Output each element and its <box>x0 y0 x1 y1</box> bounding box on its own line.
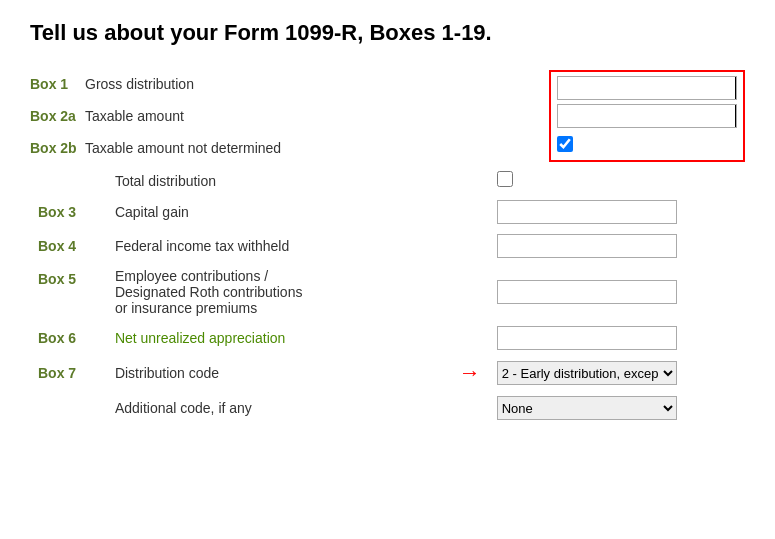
box7_additional-box-label <box>30 391 107 425</box>
row-box5: Box 5Employee contributions /Designated … <box>30 263 745 321</box>
box7_additional-arrow-cell <box>440 391 489 425</box>
box3-field-label: Capital gain <box>107 195 440 229</box>
box3-arrow-cell <box>440 195 489 229</box>
box2a-label: Box 2a <box>30 108 85 124</box>
box2b_total-box-label <box>30 166 107 195</box>
box4-box-label: Box 4 <box>30 229 107 263</box>
row-box2b_total: Total distribution <box>30 166 745 195</box>
box5-input[interactable] <box>497 280 677 304</box>
box2b_total-input-cell <box>489 166 745 195</box>
box3-input[interactable] <box>497 200 677 224</box>
box2a-black-fill <box>735 105 736 127</box>
box6-box-label: Box 6 <box>30 321 107 355</box>
box1-label: Box 1 <box>30 76 85 92</box>
box2b_total-arrow-cell <box>440 166 489 195</box>
box2b-label: Box 2b <box>30 140 85 156</box>
box2a-input[interactable] <box>558 105 735 127</box>
box2a-field-label: Taxable amount <box>85 108 184 124</box>
box1-black-fill <box>735 77 736 99</box>
box2b-taxable-checkbox[interactable] <box>557 136 573 152</box>
box5-field-label: Employee contributions /Designated Roth … <box>107 263 440 321</box>
form-table: Box 1Gross distributionBox 2aTaxable amo… <box>30 66 745 425</box>
box4-input-cell <box>489 229 745 263</box>
box4-input[interactable] <box>497 234 677 258</box>
box6-field-label: Net unrealized appreciation <box>107 321 440 355</box>
box2b-taxable-field-label: Taxable amount not determined <box>85 140 281 156</box>
box7-input-cell: 2 - Early distribution, excep <box>489 355 745 391</box>
box7_additional-input-cell: None <box>489 391 745 425</box>
red-border-group-row: Box 1Gross distributionBox 2aTaxable amo… <box>30 66 745 166</box>
box3-input-cell <box>489 195 745 229</box>
box3-box-label: Box 3 <box>30 195 107 229</box>
box7_additional-field-label: Additional code, if any <box>107 391 440 425</box>
box7-box-label: Box 7 <box>30 355 107 391</box>
box4-arrow-cell <box>440 229 489 263</box>
red-border-group <box>549 70 745 162</box>
box5-box-label: Box 5 <box>30 263 107 321</box>
box1-input-container <box>557 76 737 100</box>
box2a-input-container <box>557 104 737 128</box>
box7_additional-dropdown[interactable]: None <box>497 396 677 420</box>
box2b-taxable-checkbox-container <box>557 132 737 156</box>
box7-dropdown[interactable]: 2 - Early distribution, excep <box>497 361 677 385</box>
box6-input-cell <box>489 321 745 355</box>
box7-arrow-cell: → <box>440 355 489 391</box>
box6-input[interactable] <box>497 326 677 350</box>
box5-arrow-cell <box>440 263 489 321</box>
row-box3: Box 3Capital gain <box>30 195 745 229</box>
box1-input[interactable] <box>558 77 735 99</box>
box6-arrow-cell <box>440 321 489 355</box>
box5-input-cell <box>489 263 745 321</box>
row-box7_additional: Additional code, if anyNone <box>30 391 745 425</box>
row-box4: Box 4Federal income tax withheld <box>30 229 745 263</box>
box1-field-label: Gross distribution <box>85 76 194 92</box>
page-title: Tell us about your Form 1099-R, Boxes 1-… <box>30 20 745 46</box>
box4-field-label: Federal income tax withheld <box>107 229 440 263</box>
box2b_total-checkbox[interactable] <box>497 171 513 187</box>
row-box6: Box 6Net unrealized appreciation <box>30 321 745 355</box>
row-box7: Box 7Distribution code→2 - Early distrib… <box>30 355 745 391</box>
box2b_total-field-label: Total distribution <box>107 166 440 195</box>
box7-field-label: Distribution code <box>107 355 440 391</box>
red-arrow-icon: → <box>459 360 481 385</box>
